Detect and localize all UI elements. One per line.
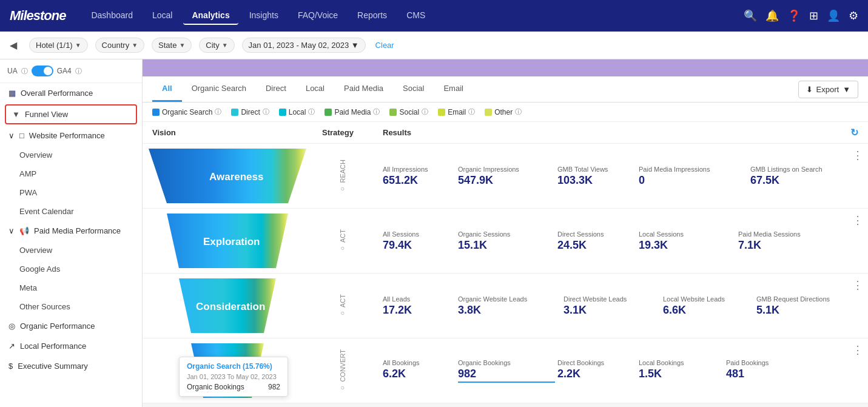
apps-icon[interactable]: ⊞ (809, 9, 818, 22)
circle-icon: ○ (339, 245, 346, 252)
info-icon[interactable]: ⓘ (215, 107, 221, 116)
legend-dot (152, 109, 160, 116)
chevron-down-icon: ▼ (179, 42, 185, 49)
nav-cms[interactable]: CMS (398, 7, 434, 25)
metric-local-sessions: Local Sessions 19.3K (639, 230, 736, 252)
sidebar-item-event-calendar[interactable]: Event Calendar (0, 202, 142, 221)
info-icon[interactable]: ⓘ (468, 107, 475, 116)
settings-icon[interactable]: ⚙ (849, 9, 858, 22)
legend-paid-media[interactable]: Paid Media ⓘ (325, 107, 380, 116)
sidebar-item-paid-overview[interactable]: Overview (0, 241, 142, 260)
funnel-row-exploration: Exploration ○ ACT All Sessions 79.4K O (143, 209, 868, 274)
nav-dashboard[interactable]: Dashboard (82, 7, 141, 25)
exploration-metrics: All Sessions 79.4K Organic Sessions 15.1… (373, 223, 868, 259)
funnel-table-header: Vision Strategy Results ↻ (143, 122, 868, 144)
sidebar-item-organic-performance[interactable]: ◎ Organic Performance (0, 316, 142, 336)
metric-organic-sessions: Organic Sessions 15.1K (458, 230, 555, 252)
metric-all-bookings: All Bookings 6.2K (383, 359, 456, 380)
sidebar-item-meta[interactable]: Meta (0, 278, 142, 297)
tab-organic-search[interactable]: Organic Search (182, 76, 256, 102)
info-icon[interactable]: ⓘ (263, 107, 269, 116)
tab-social[interactable]: Social (393, 76, 434, 102)
logo: Milestone (10, 8, 66, 24)
nav-icons: 🔍 🔔 ❓ ⊞ 👤 ⚙ (744, 9, 858, 22)
nav-analytics[interactable]: Analytics (183, 7, 238, 25)
sidebar-section-paid-media[interactable]: ∨ 📢 Paid Media Performance (0, 221, 142, 241)
sidebar-item-overall-performance[interactable]: ▦ Overall Performance (0, 83, 142, 103)
strategy-header: Strategy (322, 128, 383, 137)
refresh-icon[interactable]: ↻ (850, 127, 858, 138)
legend-bar: Organic Search ⓘ Direct ⓘ Local ⓘ Paid M… (143, 103, 868, 122)
legend-social[interactable]: Social ⓘ (389, 107, 428, 116)
sidebar-item-executive-summary[interactable]: $ Executive Summary (0, 356, 142, 376)
export-button[interactable]: ⬇ Export ▼ (798, 81, 858, 98)
country-filter[interactable]: Country ▼ (95, 38, 144, 53)
more-options-icon[interactable]: ⋮ (852, 343, 863, 357)
stage-label-act-1: ○ ACT (312, 209, 373, 273)
clear-filters-button[interactable]: Clear (375, 41, 394, 50)
info-icon[interactable]: ⓘ (308, 107, 315, 116)
vision-header: Vision (152, 128, 322, 137)
more-options-icon[interactable]: ⋮ (852, 278, 863, 292)
nav-local[interactable]: Local (144, 7, 181, 25)
sidebar-item-other-sources[interactable]: Other Sources (0, 297, 142, 316)
city-filter[interactable]: City ▼ (199, 38, 234, 53)
collapse-button[interactable]: ◀ (10, 39, 17, 51)
ga4-label: GA4 (57, 67, 72, 75)
info-icon[interactable]: ⓘ (373, 107, 380, 116)
megaphone-icon: 📢 (19, 226, 29, 235)
info-icon[interactable]: ⓘ (515, 107, 522, 116)
legend-local[interactable]: Local ⓘ (279, 107, 315, 116)
metric-gmb-listings: GMB Listings on Search 67.5K (750, 166, 860, 187)
sidebar-item-funnel-view[interactable]: ▼ Funnel View (5, 104, 137, 124)
metric-local-bookings: Local Bookings 1.5K (639, 359, 724, 380)
sidebar-item-website-overview[interactable]: Overview (0, 146, 142, 164)
more-options-icon[interactable]: ⋮ (852, 149, 863, 162)
legend-organic-search[interactable]: Organic Search ⓘ (152, 107, 221, 116)
state-filter[interactable]: State ▼ (152, 38, 192, 53)
sidebar-item-local-performance[interactable]: ↗ Local Performance (0, 336, 142, 356)
metric-local-leads: Local Website Leads 6.6K (663, 295, 754, 317)
legend-dot (389, 109, 397, 116)
legend-dot (325, 109, 332, 116)
stage-label-convert: ○ CONVERT (312, 338, 373, 403)
legend-other[interactable]: Other ⓘ (485, 107, 522, 116)
sidebar-item-pwa[interactable]: PWA (0, 183, 142, 202)
sidebar: UA ⓘ GA4 ⓘ ▦ Overall Performance ▼ Funne… (0, 59, 143, 407)
analytics-toggle-switch[interactable] (32, 66, 53, 76)
ua-info-icon[interactable]: ⓘ (21, 67, 28, 76)
date-range-filter[interactable]: Jan 01, 2023 - May 02, 2023 ▼ (242, 38, 366, 53)
sidebar-item-google-ads[interactable]: Google Ads (0, 260, 142, 278)
funnel-tooltip: Organic Search (15.76%) Jan 01, 2023 To … (179, 357, 288, 397)
chevron-down-icon: ▼ (75, 42, 81, 49)
more-options-icon[interactable]: ⋮ (852, 214, 863, 227)
metric-gmb-total-views: GMB Total Views 103.3K (557, 166, 636, 187)
sidebar-item-amp[interactable]: AMP (0, 164, 142, 183)
tab-all[interactable]: All (152, 76, 182, 102)
funnel-visual-consideration: Consideration (143, 274, 312, 338)
tab-email[interactable]: Email (434, 76, 473, 102)
tab-local[interactable]: Local (296, 76, 334, 102)
chevron-down-icon: ▼ (222, 42, 228, 49)
tooltip-metric: Organic Bookings 982 (187, 383, 280, 391)
nav-faq[interactable]: FAQ/Voice (289, 7, 346, 25)
nav-reports[interactable]: Reports (349, 7, 395, 25)
help-icon[interactable]: ❓ (787, 9, 801, 22)
metric-gmb-directions: GMB Request Directions 5.1K (756, 295, 868, 317)
ga4-info-icon[interactable]: ⓘ (75, 67, 82, 76)
hotel-filter[interactable]: Hotel (1/1) ▼ (29, 38, 88, 53)
tab-paid-media[interactable]: Paid Media (334, 76, 393, 102)
svg-text:Consideration: Consideration (196, 301, 265, 312)
analytics-toggle-bar: UA ⓘ GA4 ⓘ (0, 59, 142, 83)
funnel-row-awareness: Awareness ○ REACH All Impressions 651.2K (143, 144, 868, 209)
bell-icon[interactable]: 🔔 (765, 9, 779, 22)
search-icon[interactable]: 🔍 (744, 9, 757, 22)
legend-email[interactable]: Email ⓘ (438, 107, 475, 116)
tab-direct[interactable]: Direct (256, 76, 296, 102)
user-icon[interactable]: 👤 (827, 9, 840, 22)
info-icon[interactable]: ⓘ (422, 107, 428, 116)
legend-direct[interactable]: Direct ⓘ (231, 107, 269, 116)
nav-insights[interactable]: Insights (241, 7, 287, 25)
convert-metrics: All Bookings 6.2K Organic Bookings 982 D… (373, 352, 868, 390)
sidebar-section-website-performance[interactable]: ∨ □ Website Performance (0, 126, 142, 146)
